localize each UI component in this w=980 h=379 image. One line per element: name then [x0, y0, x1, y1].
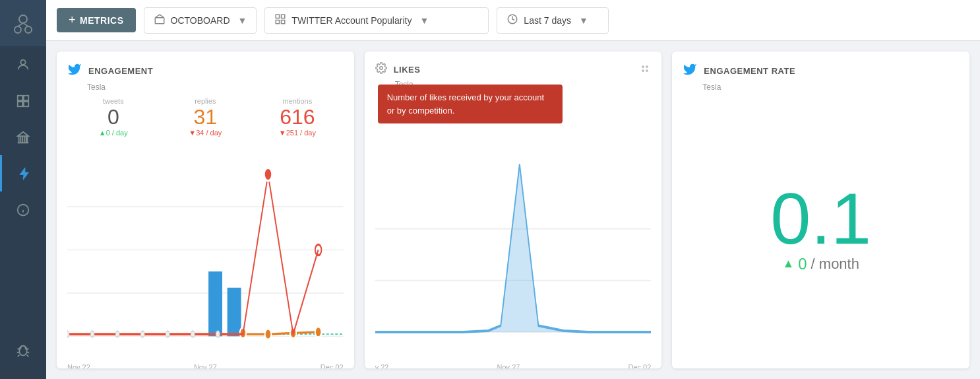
svg-rect-6	[18, 95, 22, 100]
twitter-grid-icon	[274, 13, 286, 27]
engagement-rate-sub: ▲ 0 / month	[782, 255, 859, 273]
svg-point-0	[19, 15, 27, 23]
engagement-subtitle: Tesla	[87, 83, 344, 92]
engagement-rate-header: ENGAGEMENT RATE	[683, 62, 959, 80]
svg-line-4	[23, 23, 28, 26]
engagement-date-end: Dec 02	[321, 363, 344, 368]
engagement-rate-card: ENGAGEMENT RATE Tesla 0.1 ▲ 0 / month	[672, 52, 969, 368]
svg-point-44	[216, 331, 220, 337]
svg-point-46	[642, 65, 644, 67]
svg-line-18	[27, 355, 29, 357]
sidebar-item-info[interactable]	[0, 191, 46, 228]
mentions-value: 616	[251, 106, 344, 127]
octoboard-label: OCTOBOARD	[171, 15, 230, 26]
likes-chart-labels: v 22 Nov 27 Dec 02	[375, 361, 652, 368]
clock-icon	[506, 13, 518, 27]
svg-marker-53	[375, 164, 652, 332]
octoboard-icon	[154, 13, 166, 27]
engagement-rate-title: ENGAGEMENT RATE	[704, 66, 795, 76]
engagement-rate-per-month: / month	[811, 256, 859, 273]
likes-gear-icon[interactable]	[375, 62, 387, 77]
sidebar-item-dashboard[interactable]	[0, 83, 46, 119]
engagement-date-mid: Nov 27	[194, 363, 217, 368]
time-arrow-icon: ▼	[579, 15, 588, 26]
content-area: ENGAGEMENT Tesla tweets 0 ▲0 / day repli…	[46, 41, 980, 379]
svg-point-33	[265, 329, 272, 339]
likes-card: LIKES Tesla Number of likes received by …	[365, 52, 662, 368]
svg-line-3	[18, 23, 23, 26]
likes-title: LIKES	[394, 65, 421, 75]
svg-point-48	[642, 69, 644, 71]
replies-change: ▼34 / day	[160, 129, 252, 137]
likes-date-end: Dec 02	[628, 363, 651, 368]
mentions-change: ▼251 / day	[251, 129, 344, 137]
twitter-arrow-icon: ▼	[419, 15, 429, 26]
svg-rect-23	[282, 20, 285, 24]
svg-point-40	[115, 331, 119, 337]
svg-point-45	[379, 67, 383, 70]
svg-rect-19	[155, 18, 164, 24]
main-content: + METRICS OCTOBOARD ▼ TWITTER Account Po…	[46, 0, 980, 379]
tweets-value: 0	[67, 106, 160, 127]
svg-rect-29	[208, 271, 222, 336]
svg-rect-7	[24, 95, 28, 100]
likes-card-header: LIKES	[375, 62, 652, 77]
svg-rect-22	[276, 20, 280, 24]
svg-point-43	[191, 331, 195, 337]
tweets-stat: tweets 0 ▲0 / day	[67, 97, 160, 137]
svg-rect-8	[18, 101, 22, 106]
likes-tooltip: Number of likes received by your account…	[378, 85, 563, 123]
engagement-title: ENGAGEMENT	[88, 66, 153, 76]
metrics-label: METRICS	[80, 15, 124, 26]
add-metrics-button[interactable]: + METRICS	[57, 8, 136, 32]
svg-point-41	[140, 331, 144, 337]
move-icon[interactable]	[639, 63, 651, 77]
svg-point-36	[264, 168, 272, 181]
engagement-rate-value: 0.1	[770, 182, 871, 255]
engagement-chart: Nov 22 Nov 27 Dec 02	[67, 142, 344, 358]
replies-stat: replies 31 ▼34 / day	[160, 97, 252, 137]
engagement-stats: tweets 0 ▲0 / day replies 31 ▼34 / day m…	[67, 97, 344, 137]
svg-rect-20	[276, 15, 280, 18]
svg-point-35	[315, 327, 322, 337]
mentions-stat: mentions 616 ▼251 / day	[251, 97, 344, 137]
toolbar: + METRICS OCTOBOARD ▼ TWITTER Account Po…	[46, 0, 980, 41]
svg-point-39	[90, 331, 94, 337]
engagement-rate-subtitle: Tesla	[702, 83, 959, 92]
octoboard-dropdown[interactable]: OCTOBOARD ▼	[144, 7, 257, 34]
arrow-up-icon: ▲	[782, 257, 794, 271]
engagement-rate-metric: 0.1 ▲ 0 / month	[683, 97, 959, 358]
svg-rect-21	[282, 15, 285, 18]
sidebar-logo	[0, 0, 46, 46]
likes-date-mid: Nov 27	[497, 363, 520, 368]
likes-date-start: v 22	[375, 363, 389, 368]
svg-point-49	[646, 69, 648, 71]
svg-point-42	[166, 331, 169, 337]
sidebar-item-bug[interactable]	[0, 332, 46, 368]
svg-rect-30	[228, 288, 241, 337]
sidebar-item-bank[interactable]	[0, 119, 46, 155]
time-dropdown[interactable]: Last 7 days ▼	[497, 7, 609, 34]
likes-tooltip-text: Number of likes received by your account…	[387, 92, 544, 116]
sidebar-item-user[interactable]	[0, 46, 46, 83]
mentions-label: mentions	[251, 97, 344, 105]
octoboard-arrow-icon: ▼	[238, 15, 247, 26]
engagement-card: ENGAGEMENT Tesla tweets 0 ▲0 / day repli…	[57, 52, 354, 368]
twitter-dropdown[interactable]: TWITTER Account Popularity ▼	[264, 7, 489, 34]
sidebar	[0, 0, 46, 379]
svg-point-2	[25, 26, 32, 33]
engagement-chart-labels: Nov 22 Nov 27 Dec 02	[67, 361, 344, 368]
plus-icon: +	[69, 13, 76, 27]
svg-point-47	[646, 65, 648, 67]
svg-rect-9	[24, 101, 28, 106]
svg-point-5	[20, 59, 25, 64]
tweets-change: ▲0 / day	[67, 129, 160, 137]
tweets-label: tweets	[67, 97, 160, 105]
svg-line-17	[18, 355, 20, 357]
twitter-label: TWITTER Account Popularity	[291, 15, 412, 26]
time-label: Last 7 days	[524, 15, 571, 26]
svg-point-1	[15, 26, 21, 33]
replies-label: replies	[160, 97, 252, 105]
sidebar-item-lightning[interactable]	[0, 155, 46, 191]
engagement-date-start: Nov 22	[67, 363, 90, 368]
